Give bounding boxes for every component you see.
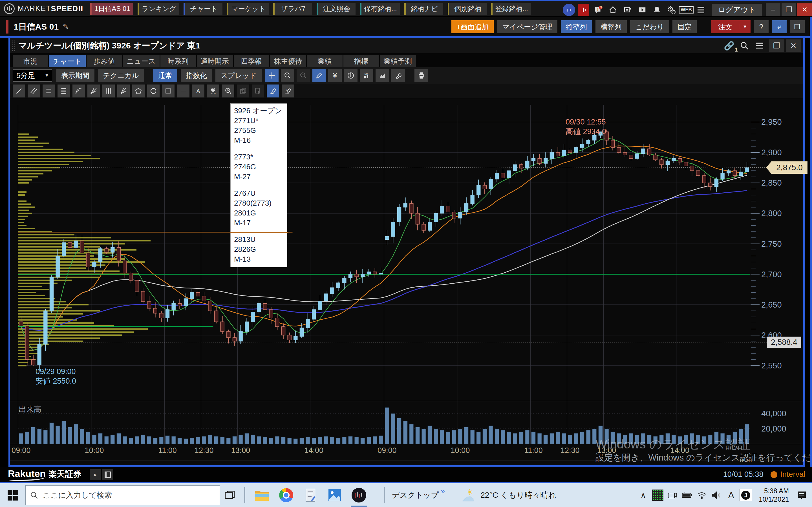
search-icon[interactable]: [737, 40, 752, 52]
toolbar-button[interactable]: 横整列: [596, 20, 627, 33]
tab-歩み値[interactable]: 歩み値: [87, 55, 122, 67]
top-tab[interactable]: ザラバ7: [273, 3, 312, 15]
tab-四季報[interactable]: 四季報: [234, 55, 269, 67]
workspace-name[interactable]: 1日信AS 01 ✎: [6, 20, 69, 34]
printer-icon[interactable]: [414, 69, 428, 82]
taskbar-clock[interactable]: 5:38 AM 10/1/2021: [759, 487, 789, 504]
mode-button[interactable]: スプレッド: [215, 69, 262, 82]
top-tab[interactable]: 保有銘柄...: [360, 3, 400, 15]
toolbar-button[interactable]: +画面追加: [451, 20, 494, 33]
bell-icon[interactable]: [651, 3, 663, 16]
split-view-icon[interactable]: [102, 469, 113, 480]
chevron-down-icon[interactable]: ▼: [739, 24, 751, 29]
chart-toolbar-button[interactable]: テクニカル: [98, 69, 144, 82]
trend-line-icon[interactable]: [13, 84, 25, 98]
drag-icon[interactable]: [252, 84, 264, 98]
battery-icon[interactable]: [680, 483, 695, 507]
area-icon[interactable]: [375, 69, 389, 82]
close-window-icon[interactable]: ✕: [786, 40, 801, 52]
file-explorer-icon[interactable]: [250, 483, 274, 507]
mode-button[interactable]: 通常: [153, 69, 177, 82]
tab-ニュース[interactable]: ニュース: [123, 55, 160, 67]
marketspeed-taskbar-icon[interactable]: [347, 483, 371, 507]
close-button[interactable]: ✕: [797, 3, 812, 16]
app-chart-blue-icon[interactable]: [562, 3, 575, 16]
pencil-icon[interactable]: [312, 69, 326, 82]
period-dropdown[interactable]: 5分足 ▼: [13, 69, 52, 82]
alert-badge-icon[interactable]: !N: [592, 3, 605, 16]
pentagon-icon[interactable]: [132, 84, 145, 98]
speaker-icon[interactable]: [709, 483, 724, 507]
stamp-icon[interactable]: ICON: [207, 84, 219, 98]
search-input[interactable]: ここに入力して検索: [26, 485, 220, 505]
weather-widget[interactable]: ☀☁ 22°C くもり時々晴れ: [462, 489, 556, 502]
tab-チャート[interactable]: チャート: [49, 55, 86, 67]
chevron-expand-icon[interactable]: »: [441, 487, 445, 496]
media-icon[interactable]: [636, 3, 649, 16]
window-title-bar[interactable]: マルチツール(個別銘柄) 3926 オープンドア 東1 🔗1 ❐ ✕: [10, 38, 803, 53]
hlines4-icon[interactable]: [57, 84, 70, 98]
menu-icon[interactable]: [752, 40, 767, 52]
zoom-out-icon[interactable]: [297, 69, 310, 82]
eraser-icon[interactable]: [267, 84, 279, 98]
wrench-icon[interactable]: [391, 69, 405, 82]
tab-指標[interactable]: 指標: [343, 55, 379, 67]
toolbar-button[interactable]: 縦整列: [561, 20, 592, 33]
chart-canvas[interactable]: 2,9502,9002,8502,8002,7502,7002,6502,600…: [10, 100, 802, 465]
restore-window-icon[interactable]: ❐: [769, 40, 784, 52]
play-icon[interactable]: ▸: [90, 469, 101, 480]
top-tab[interactable]: マーケット: [227, 3, 268, 15]
ellipse-icon[interactable]: [147, 84, 160, 98]
menu-icon[interactable]: [695, 3, 707, 16]
top-tab[interactable]: 登録銘柄...: [491, 3, 531, 15]
link-group-icon[interactable]: 🔗1: [721, 40, 737, 52]
clock-icon[interactable]: [222, 84, 234, 98]
toolbar-button[interactable]: マイページ管理: [497, 20, 557, 33]
angle-lines-icon[interactable]: [117, 84, 130, 98]
rectangle-icon[interactable]: [162, 84, 174, 98]
zoom-in-icon[interactable]: [281, 69, 294, 82]
desktop-toolbar-label[interactable]: デスクトップ: [392, 490, 439, 500]
mode-button[interactable]: 指数化: [181, 69, 212, 82]
start-button[interactable]: [0, 483, 26, 507]
settings-gears-icon[interactable]: [665, 3, 678, 16]
add-window-icon[interactable]: [621, 3, 634, 16]
vlines-icon[interactable]: [102, 84, 115, 98]
logout-button[interactable]: ログアウト: [712, 4, 762, 16]
fib-arc-icon[interactable]: [72, 84, 85, 98]
toolbar-button[interactable]: 固定: [672, 20, 697, 33]
notification-center-icon[interactable]: [795, 483, 809, 507]
wifi-icon[interactable]: [695, 483, 709, 507]
ime-mode-icon[interactable]: J: [739, 483, 753, 507]
ime-indicator[interactable]: A: [724, 483, 739, 507]
app-chart-red-icon[interactable]: [577, 3, 590, 16]
restore-button[interactable]: ❐: [781, 3, 796, 16]
tab-時系列[interactable]: 時系列: [160, 55, 196, 67]
tab-市況[interactable]: 市況: [13, 55, 48, 67]
top-tab[interactable]: 銘柄ナビ: [404, 3, 443, 15]
top-tab[interactable]: ランキング: [138, 3, 179, 15]
help-button[interactable]: ?: [754, 20, 769, 33]
tab-適時開示[interactable]: 適時開示: [197, 55, 233, 67]
info-icon[interactable]: [344, 69, 357, 82]
channel-icon[interactable]: [28, 84, 40, 98]
fan-lines-icon[interactable]: [87, 84, 100, 98]
chart-toolbar-button[interactable]: 表示期間: [56, 69, 94, 82]
text-icon[interactable]: A: [192, 84, 204, 98]
edit-pencil-icon[interactable]: ✎: [63, 22, 69, 31]
web-icon[interactable]: WEB: [680, 3, 693, 16]
tab-業績予測[interactable]: 業績予測: [380, 55, 416, 67]
hlines3-icon[interactable]: [43, 84, 55, 98]
photos-icon[interactable]: [322, 483, 347, 507]
camera-icon[interactable]: [665, 483, 680, 507]
chrome-icon[interactable]: [274, 483, 298, 507]
top-tab[interactable]: 注文照会: [317, 3, 356, 15]
link-mode-button[interactable]: ⤶: [772, 20, 786, 33]
top-tab[interactable]: 1日信AS 01: [90, 3, 133, 15]
task-view-icon[interactable]: [220, 483, 240, 507]
copy-icon[interactable]: [237, 84, 249, 98]
notepad-icon[interactable]: [298, 483, 322, 507]
tab-株主優待[interactable]: 株主優待: [270, 55, 306, 67]
tray-expand-icon[interactable]: ∧: [636, 483, 651, 507]
top-tab[interactable]: 個別銘柄: [448, 3, 487, 15]
